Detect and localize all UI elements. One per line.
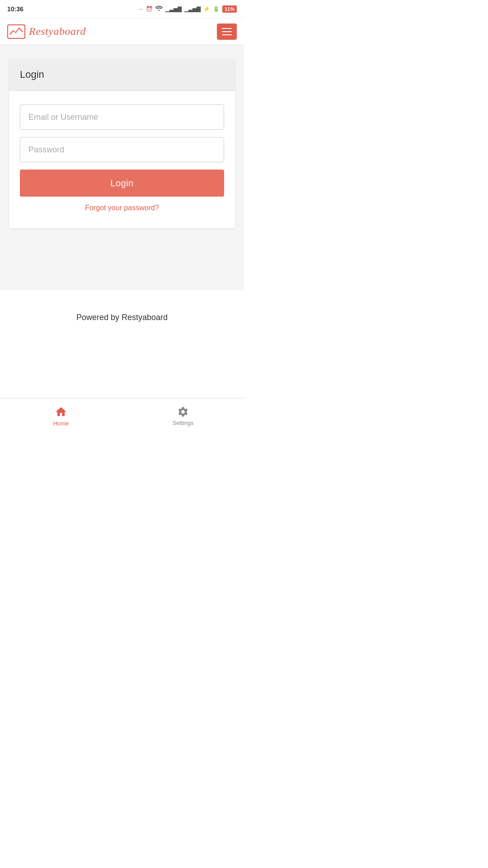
- powered-by-section: Powered by Restyaboard: [0, 290, 244, 345]
- menu-button[interactable]: [217, 24, 237, 40]
- bottom-nav: Home Settings: [0, 398, 244, 434]
- battery-icon: 🔋: [213, 6, 220, 12]
- alarm-icon: ⏰: [146, 6, 153, 12]
- settings-label: Settings: [173, 420, 194, 426]
- signal-icon: ▁▃▅▇: [165, 6, 182, 12]
- wifi-icon: [155, 5, 163, 12]
- navbar: Restyaboard: [0, 18, 244, 45]
- status-icons: ··· ⏰ ▁▃▅▇ ▁▃▅▇ ⚡ 🔋 11%: [139, 5, 237, 13]
- battery-percent: 11%: [222, 5, 237, 13]
- nav-home[interactable]: Home: [0, 406, 122, 427]
- home-icon: [55, 406, 67, 418]
- menu-line-2: [222, 31, 232, 32]
- status-bar: 10:36 ··· ⏰ ▁▃▅▇ ▁▃▅▇ ⚡ 🔋 11%: [0, 0, 244, 18]
- settings-icon: [177, 406, 189, 418]
- brand-icon: [7, 24, 25, 39]
- menu-line-1: [222, 28, 232, 29]
- menu-line-3: [222, 34, 232, 35]
- login-button[interactable]: Login: [20, 170, 224, 197]
- signal2-icon: ▁▃▅▇: [184, 6, 201, 12]
- brand-logo: Restyaboard: [7, 24, 86, 39]
- login-title: Login: [20, 69, 224, 80]
- forgot-password-link[interactable]: Forgot your password?: [85, 204, 159, 212]
- powered-by-text: Powered by Restyaboard: [76, 313, 168, 322]
- flash-icon: ⚡: [203, 6, 210, 12]
- dots-icon: ···: [139, 6, 143, 12]
- home-label: Home: [53, 420, 69, 427]
- login-card: Login Login Forgot your password?: [9, 59, 235, 228]
- login-card-header: Login: [9, 59, 235, 91]
- main-content: Login Login Forgot your password?: [0, 45, 244, 290]
- nav-settings[interactable]: Settings: [122, 406, 244, 426]
- brand-name: Restyaboard: [29, 25, 86, 38]
- password-field[interactable]: [20, 137, 224, 162]
- spacer: [0, 345, 244, 398]
- login-card-body: Login Forgot your password?: [9, 91, 235, 228]
- status-time: 10:36: [7, 5, 23, 13]
- email-field[interactable]: [20, 104, 224, 130]
